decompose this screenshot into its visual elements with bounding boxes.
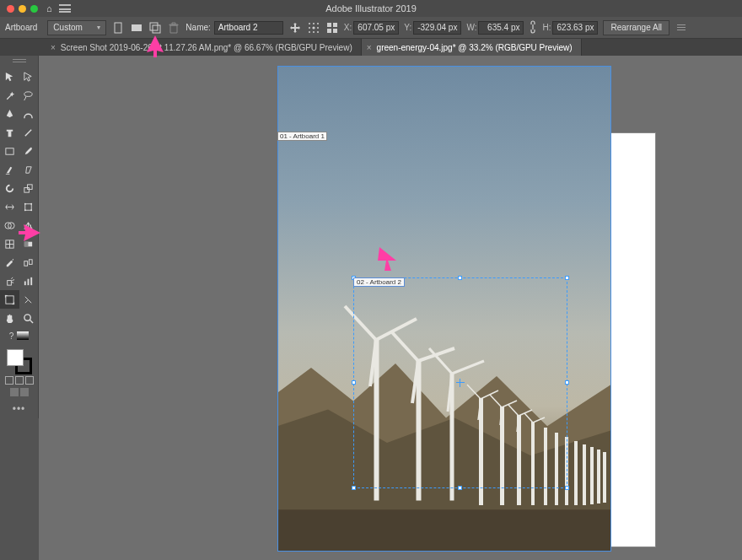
tab-green-energy[interactable]: × green-energy-04.jpg* @ 33.2% (RGB/GPU … [362,39,582,56]
orientation-portrait-icon[interactable] [111,21,125,35]
svg-point-46 [24,314,30,320]
artboard-name-input[interactable] [214,21,283,35]
rearrange-all-button[interactable]: Rearrange All [603,20,669,35]
artboard-preset-dropdown[interactable]: Custom ▾ [47,20,106,35]
artboard-2-label[interactable]: 02 - Artboard 2 [353,277,405,287]
curvature-tool[interactable] [19,105,39,123]
svg-rect-70 [591,448,593,503]
x-value[interactable]: 607.05 px [353,21,399,35]
close-tab-icon[interactable]: × [367,43,372,52]
svg-rect-43 [5,294,6,297]
screen-mode-icon[interactable] [20,388,29,396]
svg-rect-62 [501,407,503,504]
placed-image[interactable] [277,66,611,552]
maximize-window-icon[interactable] [30,5,38,13]
symbol-sprayer-tool[interactable] [0,272,19,290]
svg-rect-65 [545,428,546,504]
slice-tool[interactable] [19,290,39,309]
home-icon[interactable]: ⌂ [46,3,52,13]
pen-tool[interactable] [0,105,19,123]
draw-behind-icon[interactable] [15,376,24,385]
svg-rect-22 [6,148,13,153]
annotation-arrow-icon [145,34,165,57]
h-value[interactable]: 623.63 px [552,21,598,35]
svg-point-10 [309,31,310,33]
type-tool[interactable] [0,123,19,142]
document-tabs: × Screen Shot 2019-06-26 at 11.27.26 AM.… [0,39,742,56]
svg-line-76 [490,395,502,407]
tools-panel-grip-icon[interactable] [0,59,38,67]
svg-point-6 [317,23,319,24]
eyedropper-tool[interactable] [0,253,19,272]
shape-builder-tool[interactable] [0,216,19,234]
eraser-tool[interactable] [19,160,39,179]
width-tool[interactable] [0,197,19,216]
mesh-tool[interactable] [0,234,19,253]
magic-wand-tool[interactable] [0,86,19,105]
artboard-options-icon[interactable] [325,21,339,35]
rearrange-all-label: Rearrange All [610,23,662,32]
lasso-tool[interactable] [19,86,39,105]
shaper-tool[interactable] [0,160,19,179]
close-tab-icon[interactable]: × [51,43,56,52]
direct-selection-tool[interactable] [19,67,39,86]
svg-point-27 [31,202,33,204]
artboard-tool-label: Artboard [5,23,37,32]
w-value[interactable]: 635.4 px [478,21,524,35]
column-graph-tool[interactable] [19,272,39,290]
svg-rect-49 [374,340,379,500]
screen-mode-icon[interactable] [10,388,19,396]
svg-rect-2 [150,23,158,30]
svg-rect-3 [153,25,160,33]
tab-screenshot-label: Screen Shot 2019-06-26 at 11.27.26 AM.pn… [61,43,352,52]
draw-inside-icon[interactable] [25,376,34,385]
arrange-documents-icon[interactable] [59,4,71,13]
chevron-down-icon: ▾ [97,24,100,31]
line-segment-tool[interactable] [19,123,39,142]
svg-point-7 [309,27,310,29]
rotate-tool[interactable] [0,179,19,197]
blend-tool[interactable] [19,253,39,272]
orientation-landscape-icon[interactable] [130,21,143,35]
draw-normal-icon[interactable] [5,376,13,385]
free-transform-tool[interactable] [19,197,39,216]
selection-tool[interactable] [0,67,19,86]
fill-stroke-swatches[interactable] [7,349,32,374]
svg-rect-41 [6,295,13,303]
control-bar-menu-icon[interactable] [675,21,688,35]
close-window-icon[interactable] [7,5,14,13]
edit-toolbar-icon[interactable]: ••• [0,400,38,418]
y-label: Y: [404,23,411,32]
svg-rect-25 [25,203,31,209]
delete-artboard-icon[interactable] [167,21,180,35]
hand-tool[interactable] [0,309,19,327]
mac-titlebar: ⌂ Adobe Illustrator 2019 [0,0,742,17]
svg-line-79 [508,405,519,416]
svg-rect-18 [677,27,686,28]
y-value[interactable]: -329.04 px [413,21,461,35]
artboard-1-label[interactable]: 01 - Artboard 1 [277,132,327,141]
svg-rect-15 [327,29,331,33]
svg-rect-71 [598,450,600,503]
draw-mode-row [0,376,38,385]
rectangle-tool[interactable] [0,142,19,160]
svg-rect-13 [327,23,331,27]
scale-tool[interactable] [19,179,39,197]
artboard-tool[interactable] [0,290,19,309]
reference-point-icon[interactable] [307,21,320,35]
minimize-window-icon[interactable] [19,5,26,13]
move-with-artboard-icon[interactable] [288,21,302,35]
new-artboard-icon[interactable] [148,21,162,35]
document-canvas[interactable]: 01 - Artboard 1 [39,56,742,560]
svg-rect-36 [30,259,33,264]
svg-line-82 [524,413,533,423]
zoom-tool[interactable] [19,309,39,327]
tab-screenshot[interactable]: × Screen Shot 2019-06-26 at 11.27.26 AM.… [46,39,362,56]
svg-line-74 [481,390,498,399]
svg-rect-19 [677,30,686,30]
fill-swatch[interactable] [7,349,24,366]
paintbrush-tool[interactable] [19,142,39,160]
link-wh-icon[interactable] [529,20,537,35]
fill-stroke-toggle[interactable]: ? [0,327,38,344]
svg-line-21 [25,129,31,135]
